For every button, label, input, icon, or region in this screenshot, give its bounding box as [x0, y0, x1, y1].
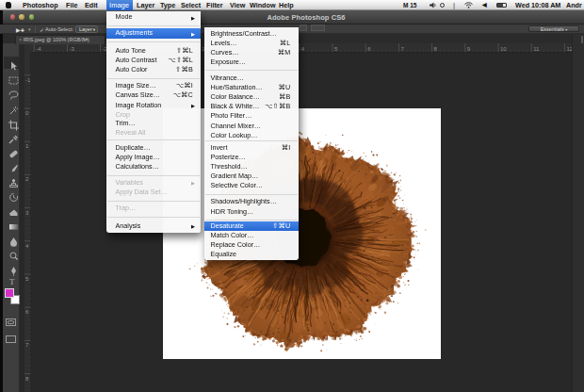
svg-text:11: 11	[533, 46, 540, 52]
svg-text:10: 10	[500, 46, 507, 52]
svg-text:-1: -1	[25, 77, 31, 83]
svg-text:12: 12	[566, 46, 572, 52]
svg-text:-3: -3	[69, 46, 74, 52]
svg-text:-4: -4	[36, 46, 41, 52]
svg-text:T: T	[9, 277, 15, 286]
